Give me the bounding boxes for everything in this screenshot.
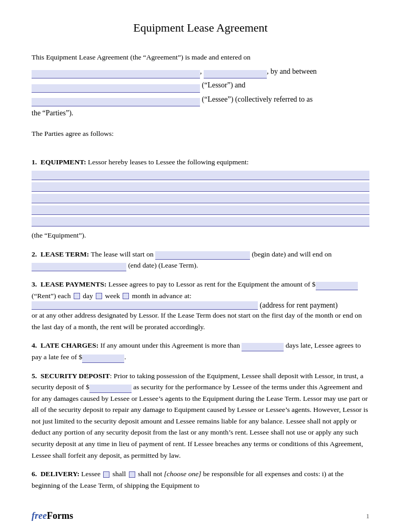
begin-date-field[interactable] bbox=[155, 251, 250, 260]
intro-block: This Equipment Lease Agreement (the “Agr… bbox=[32, 51, 369, 121]
section-security-deposit: 5. SECURITY DEPOSIT: Prior to taking pos… bbox=[32, 370, 369, 461]
equipment-line-1[interactable] bbox=[32, 171, 369, 180]
equipment-line-5[interactable] bbox=[32, 217, 369, 226]
days-late-field[interactable] bbox=[242, 343, 284, 351]
lessor-label: (“Lessor”) and bbox=[202, 81, 246, 89]
section3-body2: or at any other address designated by Le… bbox=[32, 311, 362, 331]
brand-free: free bbox=[32, 510, 47, 521]
week-checkbox[interactable] bbox=[96, 293, 102, 299]
equipment-fields bbox=[32, 171, 369, 226]
page-number: 1 bbox=[366, 512, 370, 520]
year-field[interactable] bbox=[204, 70, 267, 78]
section-late-charges: 4. LATE CHARGES: If any amount under thi… bbox=[32, 340, 369, 362]
date-field[interactable] bbox=[32, 70, 200, 78]
equipment-line-2[interactable] bbox=[32, 182, 369, 192]
end-date-field[interactable] bbox=[32, 263, 126, 271]
shall-not-checkbox[interactable] bbox=[129, 471, 135, 478]
late-fee-field[interactable] bbox=[82, 354, 124, 363]
section5-text: 5. SECURITY DEPOSIT: Prior to taking pos… bbox=[32, 372, 368, 459]
rent-amount-field[interactable] bbox=[316, 282, 358, 290]
lessee-label: (“Lessee”) (collectively referred to as bbox=[202, 95, 313, 103]
section-lease-term: 2. LEASE TERM: The lease will start on (… bbox=[32, 249, 369, 271]
section-delivery: 6. DELIVERY: Lessee shall shall not [cho… bbox=[32, 468, 369, 491]
document-page: Equipment Lease Agreement This Equipment… bbox=[0, 0, 401, 532]
section6-text: 6. DELIVERY: Lessee shall shall not [cho… bbox=[32, 470, 344, 489]
equipment-line-4[interactable] bbox=[32, 205, 369, 215]
by-and-between: , by and between bbox=[267, 67, 317, 75]
day-checkbox[interactable] bbox=[74, 293, 80, 299]
address-note: (address for rent payment) bbox=[260, 301, 338, 309]
section2-text: 2. LEASE TERM: The lease will start on (… bbox=[32, 250, 332, 270]
equipment-footer-label: (the “Equipment”). bbox=[32, 231, 86, 239]
rent-address-field[interactable] bbox=[32, 301, 258, 310]
agree-text: The Parties agree as follows: bbox=[32, 130, 114, 137]
document-title: Equipment Lease Agreement bbox=[32, 21, 369, 35]
lessor-name-field[interactable] bbox=[32, 84, 200, 93]
section4-text: 4. LATE CHARGES: If any amount under thi… bbox=[32, 341, 361, 361]
month-checkbox[interactable] bbox=[123, 293, 129, 299]
comma-space: , bbox=[200, 67, 204, 75]
section-lease-payments: 3. LEASE PAYMENTS: Lessee agrees to pay … bbox=[32, 279, 369, 332]
brand-logo: freeForms bbox=[32, 510, 73, 521]
lessee-name-field[interactable] bbox=[32, 98, 200, 106]
section1-num: 1. EQUIPMENT: Lessor hereby leases to Le… bbox=[32, 158, 249, 166]
shall-checkbox[interactable] bbox=[103, 471, 109, 478]
security-deposit-field[interactable] bbox=[89, 385, 132, 393]
section3-text: 3. LEASE PAYMENTS: Lessee agrees to pay … bbox=[32, 280, 358, 300]
equipment-line-3[interactable] bbox=[32, 194, 369, 203]
parties-label: the “Parties”). bbox=[32, 109, 73, 117]
brand-forms: Forms bbox=[47, 510, 73, 521]
section-equipment: 1. EQUIPMENT: Lessor hereby leases to Le… bbox=[32, 156, 369, 241]
intro-line1: This Equipment Lease Agreement (the “Agr… bbox=[32, 53, 250, 61]
footer: freeForms 1 bbox=[32, 510, 369, 521]
agree-section: The Parties agree as follows: bbox=[32, 128, 369, 140]
